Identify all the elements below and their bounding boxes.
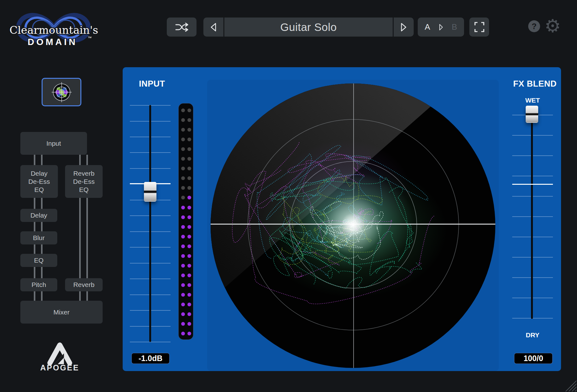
sidebar-item-mixer[interactable]: Mixer bbox=[20, 301, 103, 324]
meter-led bbox=[181, 332, 185, 335]
meter-led bbox=[187, 108, 191, 112]
next-preset-button[interactable] bbox=[394, 18, 414, 37]
meter-led bbox=[187, 118, 191, 122]
fx-fader-track[interactable] bbox=[531, 114, 533, 319]
meter-led bbox=[181, 108, 185, 112]
meter-led bbox=[181, 138, 185, 141]
settings-button[interactable]: ⚙ bbox=[543, 16, 562, 37]
sidebar-item-pitch[interactable]: Pitch bbox=[20, 278, 57, 291]
apogee-wordmark: APOGEE bbox=[37, 363, 83, 372]
meter-led bbox=[181, 118, 185, 122]
fx-blend-value: 100/0 bbox=[523, 354, 543, 363]
dry-label: DRY bbox=[512, 331, 553, 339]
meter-led bbox=[181, 264, 185, 268]
meter-led bbox=[187, 264, 191, 268]
input-fader-handle[interactable] bbox=[144, 182, 156, 202]
block-label: Input bbox=[46, 139, 61, 148]
ab-state-a[interactable]: A bbox=[425, 22, 430, 32]
block-label: Delay bbox=[31, 169, 48, 178]
meter-led bbox=[187, 312, 191, 316]
block-label: Delay bbox=[30, 211, 47, 219]
meter-led bbox=[187, 196, 191, 199]
sidebar-item-input[interactable]: Input bbox=[20, 132, 87, 155]
ab-state-b[interactable]: B bbox=[452, 22, 457, 32]
sidebar-item-reverb-deess-eq[interactable]: Reverb De-Ess EQ bbox=[65, 165, 103, 198]
meter-led bbox=[187, 235, 191, 239]
meter-led bbox=[181, 274, 185, 277]
block-label: EQ bbox=[79, 186, 89, 194]
meter-led bbox=[187, 157, 191, 161]
fx-blend-title: FX BLEND bbox=[513, 79, 557, 89]
sidebar-item-reverb[interactable]: Reverb bbox=[65, 278, 103, 291]
fx-unity-mark bbox=[512, 184, 553, 185]
sidebar-item-blur[interactable]: Blur bbox=[20, 231, 57, 244]
block-label: Reverb bbox=[73, 281, 94, 289]
fx-fader-handle[interactable] bbox=[526, 106, 538, 123]
meter-led bbox=[187, 303, 191, 306]
meter-led bbox=[187, 274, 191, 277]
preset-name-field[interactable]: Guitar Solo bbox=[224, 18, 393, 37]
plugin-window: Clearmountain's DOMAIN ™ Guitar Solo bbox=[0, 0, 577, 392]
input-gain-value: -1.0dB bbox=[139, 354, 162, 363]
meter-led bbox=[181, 128, 185, 132]
shuffle-preset-button[interactable] bbox=[167, 18, 197, 37]
meter-led bbox=[187, 176, 191, 180]
wet-label: WET bbox=[512, 97, 553, 104]
meter-led bbox=[181, 215, 185, 219]
meter-led bbox=[181, 293, 185, 297]
ab-arrow-icon bbox=[439, 24, 443, 31]
meter-led bbox=[187, 244, 191, 248]
meter-led bbox=[181, 254, 185, 258]
input-section-title: INPUT bbox=[139, 79, 165, 89]
meter-led bbox=[181, 244, 185, 248]
block-label: EQ bbox=[34, 256, 43, 264]
meter-led bbox=[181, 312, 185, 316]
meter-led bbox=[181, 283, 185, 287]
meter-led bbox=[181, 186, 185, 190]
gear-icon: ⚙ bbox=[544, 15, 561, 37]
clearmountains-domain-logo: Clearmountain's DOMAIN ™ bbox=[7, 2, 101, 51]
meter-led bbox=[187, 293, 191, 297]
block-label: De-Ess bbox=[73, 178, 95, 186]
meter-led bbox=[187, 283, 191, 287]
sidebar-item-delay-deess-eq[interactable]: Delay De-Ess EQ bbox=[20, 165, 58, 198]
logo-line1: Clearmountain's bbox=[9, 24, 98, 36]
input-level-meter bbox=[178, 103, 193, 340]
meter-led bbox=[187, 215, 191, 219]
preset-navigator: Guitar Solo bbox=[203, 18, 414, 37]
block-label: Mixer bbox=[54, 308, 69, 316]
meter-led bbox=[181, 303, 185, 306]
meter-led bbox=[187, 332, 191, 335]
meter-led bbox=[187, 167, 191, 170]
fullscreen-button[interactable] bbox=[469, 18, 489, 37]
stereo-scope-display bbox=[211, 83, 495, 368]
meter-led bbox=[181, 322, 185, 326]
meter-led bbox=[187, 322, 191, 326]
fx-blend-readout[interactable]: 100/0 bbox=[514, 353, 553, 364]
apogee-a-icon bbox=[46, 342, 73, 365]
window-resize-grip[interactable] bbox=[565, 380, 576, 391]
sidebar-item-eq[interactable]: EQ bbox=[20, 254, 57, 267]
previous-preset-button[interactable] bbox=[203, 18, 223, 37]
ab-compare-control[interactable]: A B bbox=[418, 18, 464, 37]
infinity-swirl-logo: Clearmountain's DOMAIN ™ bbox=[7, 2, 101, 51]
preset-name: Guitar Solo bbox=[280, 21, 337, 33]
logo-line2: DOMAIN bbox=[28, 37, 78, 47]
meter-led bbox=[187, 147, 191, 151]
block-label: Blur bbox=[33, 234, 44, 242]
input-gain-readout[interactable]: -1.0dB bbox=[131, 353, 170, 364]
sidebar-item-delay[interactable]: Delay bbox=[20, 209, 57, 222]
mini-scope-icon bbox=[51, 82, 72, 103]
help-button[interactable]: ? bbox=[528, 20, 540, 32]
block-label: EQ bbox=[34, 186, 44, 194]
meter-led bbox=[181, 167, 185, 170]
meter-led bbox=[187, 206, 191, 209]
meter-led bbox=[181, 206, 185, 209]
fullscreen-icon bbox=[474, 22, 485, 33]
scope-view-thumbnail-button[interactable] bbox=[42, 78, 81, 106]
previous-arrow-icon bbox=[210, 23, 217, 32]
meter-led bbox=[181, 157, 185, 161]
block-label: De-Ess bbox=[28, 178, 50, 186]
input-fader-track[interactable] bbox=[149, 105, 151, 342]
meter-led bbox=[187, 186, 191, 190]
